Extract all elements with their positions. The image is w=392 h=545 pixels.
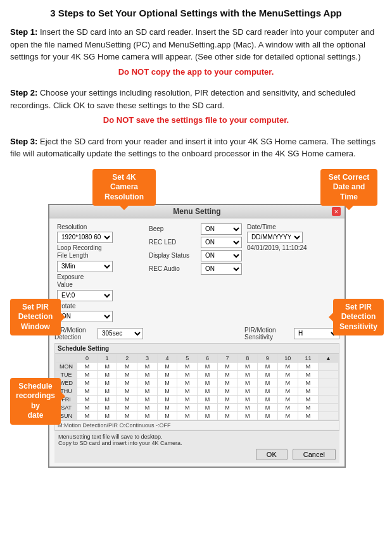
schedule-cell[interactable]: M xyxy=(117,403,137,411)
schedule-cell[interactable]: M xyxy=(157,362,177,370)
schedule-cell[interactable]: M xyxy=(217,370,237,379)
schedule-cell[interactable]: M xyxy=(237,403,258,411)
beep-select[interactable]: ON xyxy=(201,223,242,235)
schedule-cell[interactable]: M xyxy=(157,395,177,403)
schedule-cell[interactable]: M xyxy=(97,362,117,370)
schedule-cell[interactable]: M xyxy=(298,395,318,403)
schedule-cell[interactable]: M xyxy=(177,387,198,395)
schedule-cell[interactable]: M xyxy=(97,387,117,395)
schedule-cell[interactable]: M xyxy=(157,403,177,411)
schedule-cell[interactable]: M xyxy=(157,379,177,387)
scroll-cell xyxy=(318,395,338,403)
schedule-cell[interactable]: M xyxy=(298,403,318,411)
schedule-cell[interactable]: M xyxy=(157,411,177,420)
schedule-cell[interactable]: M xyxy=(258,403,278,411)
schedule-cell[interactable]: M xyxy=(217,395,237,403)
schedule-cell[interactable]: M xyxy=(97,379,117,387)
schedule-cell[interactable]: M xyxy=(298,370,318,379)
header-h5: 5 xyxy=(177,354,198,362)
header-h10: 10 xyxy=(277,354,298,362)
schedule-cell[interactable]: M xyxy=(298,379,318,387)
schedule-cell[interactable]: M xyxy=(137,387,158,395)
display-select[interactable]: ON xyxy=(201,250,242,261)
schedule-cell[interactable]: M xyxy=(157,370,177,379)
schedule-cell[interactable]: M xyxy=(77,395,98,403)
schedule-cell[interactable]: M xyxy=(237,395,258,403)
schedule-cell[interactable]: M xyxy=(217,403,237,411)
schedule-cell[interactable]: M xyxy=(237,411,258,420)
schedule-cell[interactable]: M xyxy=(177,379,198,387)
schedule-cell[interactable]: M xyxy=(157,387,177,395)
schedule-cell[interactable]: M xyxy=(97,395,117,403)
schedule-cell[interactable]: M xyxy=(258,370,278,379)
step2-label: Step 2: xyxy=(10,88,37,97)
schedule-cell[interactable]: M xyxy=(198,379,218,387)
schedule-cell[interactable]: M xyxy=(77,387,98,395)
schedule-cell[interactable]: M xyxy=(177,403,198,411)
schedule-cell[interactable]: M xyxy=(77,403,98,411)
schedule-cell[interactable]: M xyxy=(117,411,137,420)
schedule-cell[interactable]: M xyxy=(117,379,137,387)
schedule-cell[interactable]: M xyxy=(237,379,258,387)
schedule-cell[interactable]: M xyxy=(137,395,158,403)
schedule-cell[interactable]: M xyxy=(258,395,278,403)
schedule-cell[interactable]: M xyxy=(277,387,298,395)
schedule-cell[interactable]: M xyxy=(177,362,198,370)
schedule-cell[interactable]: M xyxy=(237,362,258,370)
schedule-cell[interactable]: M xyxy=(97,370,117,379)
schedule-cell[interactable]: M xyxy=(177,370,198,379)
schedule-cell[interactable]: M xyxy=(177,395,198,403)
schedule-cell[interactable]: M xyxy=(137,411,158,420)
schedule-cell[interactable]: M xyxy=(258,362,278,370)
schedule-cell[interactable]: M xyxy=(137,370,158,379)
schedule-cell[interactable]: M xyxy=(198,403,218,411)
schedule-cell[interactable]: M xyxy=(117,387,137,395)
schedule-cell[interactable]: M xyxy=(277,379,298,387)
exposure-select[interactable]: EV:0 xyxy=(57,290,113,301)
schedule-cell[interactable]: M xyxy=(217,379,237,387)
schedule-cell[interactable]: M xyxy=(298,362,318,370)
schedule-cell[interactable]: M xyxy=(198,411,218,420)
schedule-cell[interactable]: M xyxy=(237,387,258,395)
recled-select[interactable]: ON xyxy=(201,237,242,248)
schedule-cell[interactable]: M xyxy=(77,379,98,387)
schedule-cell[interactable]: M xyxy=(117,395,137,403)
schedule-cell[interactable]: M xyxy=(277,370,298,379)
schedule-cell[interactable]: M xyxy=(217,411,237,420)
schedule-cell[interactable]: M xyxy=(198,370,218,379)
schedule-cell[interactable]: M xyxy=(198,387,218,395)
schedule-cell[interactable]: M xyxy=(258,411,278,420)
schedule-cell[interactable]: M xyxy=(198,395,218,403)
schedule-cell[interactable]: M xyxy=(298,387,318,395)
pir-detection-select[interactable]: 305sec xyxy=(98,328,143,339)
rec-audio-select[interactable]: ON xyxy=(201,263,242,275)
schedule-cell[interactable]: M xyxy=(258,379,278,387)
resolution-select[interactable]: 1920*1080 60F xyxy=(57,232,113,243)
schedule-cell[interactable]: M xyxy=(137,403,158,411)
schedule-cell[interactable]: M xyxy=(277,403,298,411)
schedule-cell[interactable]: M xyxy=(77,370,98,379)
schedule-cell[interactable]: M xyxy=(277,362,298,370)
schedule-cell[interactable]: M xyxy=(137,379,158,387)
schedule-cell[interactable]: M xyxy=(258,387,278,395)
cancel-button[interactable]: Cancel xyxy=(293,449,336,460)
loop-select[interactable]: 3Min xyxy=(57,261,113,272)
schedule-cell[interactable]: M xyxy=(97,403,117,411)
schedule-cell[interactable]: M xyxy=(217,362,237,370)
datetime-format-select[interactable]: DD/MM/YYYY xyxy=(247,232,303,243)
schedule-cell[interactable]: M xyxy=(177,411,198,420)
schedule-cell[interactable]: M xyxy=(77,362,98,370)
schedule-cell[interactable]: M xyxy=(298,411,318,420)
ok-button[interactable]: OK xyxy=(256,449,288,460)
schedule-cell[interactable]: M xyxy=(237,370,258,379)
schedule-cell[interactable]: M xyxy=(277,411,298,420)
schedule-cell[interactable]: M xyxy=(137,362,158,370)
schedule-cell[interactable]: M xyxy=(77,411,98,420)
schedule-cell[interactable]: M xyxy=(117,362,137,370)
close-button[interactable]: × xyxy=(332,207,341,216)
schedule-cell[interactable]: M xyxy=(97,411,117,420)
schedule-cell[interactable]: M xyxy=(117,370,137,379)
schedule-cell[interactable]: M xyxy=(277,395,298,403)
schedule-cell[interactable]: M xyxy=(198,362,218,370)
schedule-cell[interactable]: M xyxy=(217,387,237,395)
